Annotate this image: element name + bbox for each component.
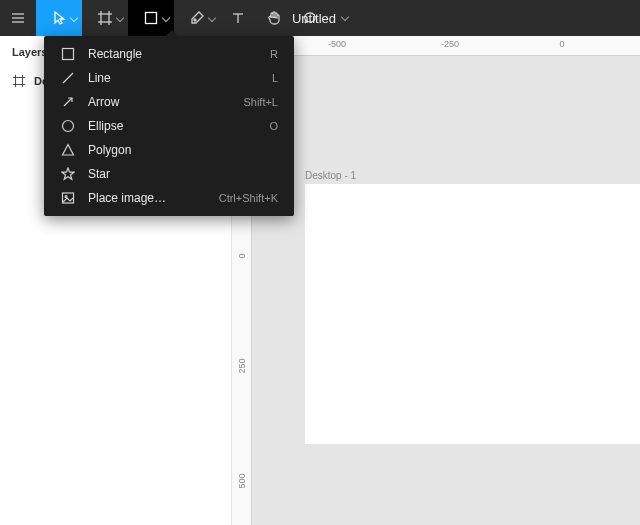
menu-label: Star <box>88 167 266 181</box>
svg-marker-19 <box>63 145 74 156</box>
pen-icon <box>189 10 205 26</box>
text-icon <box>230 10 246 26</box>
svg-point-8 <box>194 19 196 21</box>
menu-item-star[interactable]: Star <box>44 162 294 186</box>
menu-shortcut: O <box>269 120 278 132</box>
menu-item-rectangle[interactable]: Rectangle R <box>44 42 294 66</box>
menu-shortcut: Shift+L <box>243 96 278 108</box>
frame-tool[interactable] <box>82 0 128 36</box>
ruler-tick: 0 <box>237 253 247 258</box>
frame-label[interactable]: Desktop - 1 <box>305 170 356 181</box>
hand-tool[interactable] <box>256 0 292 36</box>
canvas-viewport[interactable]: Desktop - 1 <box>252 56 640 525</box>
svg-rect-7 <box>146 13 157 24</box>
menu-label: Polygon <box>88 143 266 157</box>
ellipse-icon <box>61 119 75 133</box>
menu-button[interactable] <box>0 0 36 36</box>
arrow-icon <box>61 95 75 109</box>
menu-label: Rectangle <box>88 47 258 61</box>
svg-line-17 <box>64 98 72 106</box>
shape-menu: Rectangle R Line L Arrow Shift+L Ellipse… <box>44 36 294 216</box>
svg-rect-15 <box>63 49 74 60</box>
frame-desktop-1[interactable] <box>305 184 640 444</box>
ruler-tick: 500 <box>237 473 247 488</box>
menu-label: Arrow <box>88 95 231 109</box>
chevron-down-icon <box>341 13 349 21</box>
svg-marker-20 <box>62 168 74 179</box>
menu-item-line[interactable]: Line L <box>44 66 294 90</box>
frame-icon <box>97 10 113 26</box>
chevron-down-icon <box>208 14 216 22</box>
menu-label: Place image… <box>88 191 207 205</box>
comment-tool[interactable] <box>292 0 328 36</box>
chevron-down-icon <box>162 14 170 22</box>
svg-point-22 <box>65 196 67 198</box>
menu-label: Ellipse <box>88 119 257 133</box>
pen-tool[interactable] <box>174 0 220 36</box>
menu-shortcut: L <box>272 72 278 84</box>
menu-item-place-image[interactable]: Place image… Ctrl+Shift+K <box>44 186 294 210</box>
menu-item-ellipse[interactable]: Ellipse O <box>44 114 294 138</box>
menu-shortcut: R <box>270 48 278 60</box>
cursor-icon <box>51 10 67 26</box>
ruler-tick: 0 <box>559 39 564 49</box>
chevron-down-icon <box>116 14 124 22</box>
ruler-tick: -250 <box>441 39 459 49</box>
ruler-tick: -500 <box>328 39 346 49</box>
menu-label: Line <box>88 71 260 85</box>
rectangle-icon <box>143 10 159 26</box>
image-icon <box>61 191 75 205</box>
chevron-down-icon <box>70 14 78 22</box>
svg-point-18 <box>63 121 74 132</box>
menu-shortcut: Ctrl+Shift+K <box>219 192 278 204</box>
menu-item-polygon[interactable]: Polygon <box>44 138 294 162</box>
hand-icon <box>266 10 282 26</box>
ruler-tick: 250 <box>237 358 247 373</box>
menu-item-arrow[interactable]: Arrow Shift+L <box>44 90 294 114</box>
line-icon <box>61 71 75 85</box>
star-icon <box>61 167 75 181</box>
main-toolbar: Untitled <box>0 0 640 36</box>
hamburger-icon <box>10 10 26 26</box>
move-tool[interactable] <box>36 0 82 36</box>
polygon-icon <box>61 143 75 157</box>
frame-icon <box>12 74 26 88</box>
text-tool[interactable] <box>220 0 256 36</box>
rectangle-icon <box>61 47 75 61</box>
svg-line-16 <box>63 73 73 83</box>
comment-icon <box>302 10 318 26</box>
